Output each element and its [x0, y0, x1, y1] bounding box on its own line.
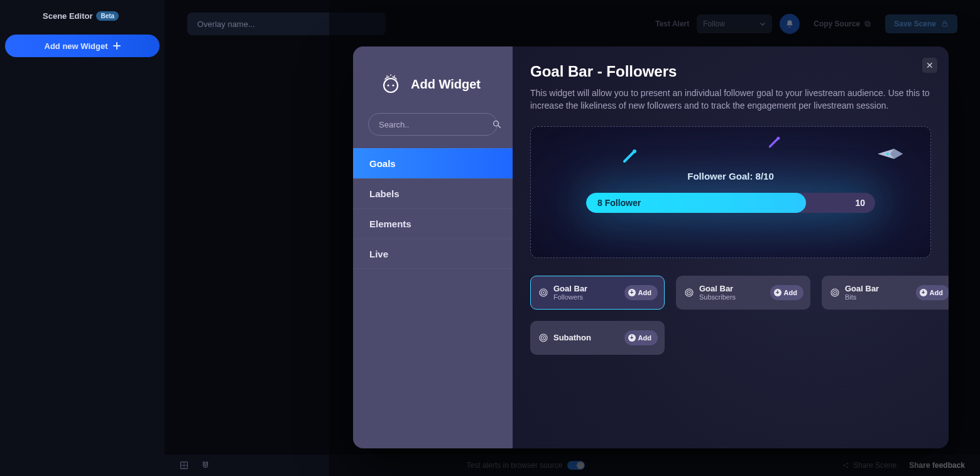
plus-icon: +	[774, 289, 781, 296]
plus-icon	[113, 42, 121, 50]
target-icon	[684, 288, 694, 298]
svg-point-8	[387, 84, 389, 86]
card-title: Subathon	[553, 333, 619, 342]
svg-point-7	[384, 78, 398, 92]
target-icon	[538, 288, 548, 298]
goal-bar: 8 Follower 10	[586, 193, 875, 213]
topbar: Test Alert Follow Copy Source Save Scene	[165, 0, 980, 35]
svg-point-5	[847, 463, 848, 464]
lock-icon	[941, 20, 949, 28]
modal-sidebar: Add Widget Goals Labels Elements Live	[353, 46, 513, 448]
svg-point-16	[776, 136, 780, 139]
share-icon	[842, 462, 849, 469]
comet-icon	[768, 136, 781, 148]
svg-point-9	[392, 84, 394, 86]
add-new-widget-label: Add new Widget	[45, 41, 108, 51]
widget-title: Goal Bar - Followers	[530, 63, 931, 80]
svg-point-19	[543, 292, 544, 293]
widget-preview: Follower Goal: 8/10 8 Follower 10	[530, 126, 931, 258]
comet-icon	[623, 148, 638, 163]
card-subtitle: Bits	[845, 293, 911, 301]
plus-icon: +	[628, 289, 636, 296]
test-alerts-label: Test alerts in browser source	[467, 461, 563, 470]
widget-description: This widget will allow you to present an…	[530, 87, 931, 112]
svg-point-25	[834, 292, 836, 293]
add-widget-button[interactable]: + Add	[916, 285, 949, 300]
test-alert-dropdown-value: Follow	[703, 19, 725, 28]
goal-bar-fill-text: 8 Follower	[597, 198, 641, 208]
grid-icon[interactable]	[180, 461, 188, 470]
svg-rect-1	[865, 21, 869, 25]
search-icon	[492, 119, 502, 129]
card-title: Goal Bar	[699, 284, 765, 293]
add-label: Add	[638, 289, 651, 296]
add-widget-button[interactable]: + Add	[624, 285, 658, 300]
widget-card-followers[interactable]: Goal Bar Followers + Add	[530, 276, 665, 310]
card-subtitle: Followers	[553, 293, 619, 301]
spaceship-icon	[876, 146, 905, 162]
sidebar-item-elements[interactable]: Elements	[353, 208, 513, 239]
test-alert-bell-button[interactable]	[780, 14, 800, 34]
svg-rect-2	[943, 23, 947, 26]
bell-icon	[785, 19, 794, 28]
sidebar-item-live[interactable]: Live	[353, 239, 513, 269]
scene-editor-sidebar: Scene Editor Beta Add new Widget	[0, 0, 165, 476]
copy-icon	[864, 20, 871, 28]
add-new-widget-button[interactable]: Add new Widget	[5, 35, 160, 57]
svg-point-14	[886, 153, 889, 155]
plus-icon: +	[920, 289, 927, 296]
save-scene-button[interactable]: Save Scene	[885, 14, 957, 33]
widget-card-bits[interactable]: Goal Bar Bits + Add	[822, 276, 949, 310]
goal-bar-total: 10	[855, 193, 865, 213]
svg-point-12	[394, 75, 395, 77]
svg-point-10	[386, 75, 388, 77]
widget-search-input[interactable]	[378, 119, 486, 130]
widget-card-subathon[interactable]: Subathon + Add	[530, 321, 665, 355]
card-subtitle: Subscribers	[699, 293, 765, 301]
modal-content: ✕ Goal Bar - Followers This widget will …	[513, 46, 949, 448]
svg-point-4	[843, 465, 844, 466]
test-alerts-toggle[interactable]	[567, 461, 585, 470]
test-alert-dropdown[interactable]: Follow	[697, 14, 772, 33]
editor-area: Test Alert Follow Copy Source Save Scene	[165, 0, 980, 476]
goal-bar-fill: 8 Follower	[586, 193, 806, 213]
add-widget-button[interactable]: + Add	[624, 330, 658, 345]
add-widget-modal: Add Widget Goals Labels Elements Live	[353, 46, 949, 448]
svg-rect-0	[866, 23, 870, 26]
chevron-down-icon	[760, 21, 766, 27]
sidebar-item-label: Elements	[369, 219, 411, 229]
add-label: Add	[638, 334, 651, 342]
svg-point-15	[633, 149, 636, 153]
add-widget-button[interactable]: + Add	[770, 285, 803, 300]
sidebar-item-labels[interactable]: Labels	[353, 178, 513, 208]
add-label: Add	[930, 289, 943, 296]
scene-editor-title: Scene Editor	[43, 11, 92, 21]
sidebar-item-goals[interactable]: Goals	[353, 148, 513, 178]
app-logo-icon	[379, 73, 402, 95]
plus-icon: +	[628, 334, 636, 342]
close-button[interactable]: ✕	[922, 58, 937, 73]
copy-source-button[interactable]: Copy Source	[807, 19, 878, 28]
close-icon: ✕	[926, 60, 934, 70]
overlay-name-input[interactable]	[187, 13, 386, 35]
beta-badge: Beta	[96, 11, 119, 21]
goal-label: Follower Goal: 8/10	[687, 171, 774, 181]
widget-card-subscribers[interactable]: Goal Bar Subscribers + Add	[676, 276, 810, 310]
save-scene-label: Save Scene	[894, 19, 936, 28]
sidebar-item-label: Live	[369, 249, 388, 259]
widget-search[interactable]	[368, 113, 498, 136]
magnet-icon[interactable]	[201, 461, 210, 470]
modal-title-add-widget: Add Widget	[411, 77, 481, 92]
share-scene-button[interactable]: Share Scene	[842, 461, 896, 470]
target-icon	[538, 333, 548, 343]
card-title: Goal Bar	[845, 284, 911, 293]
share-feedback-button[interactable]: Share feedback	[909, 461, 965, 470]
bottombar: Test alerts in browser source Share Scen…	[165, 455, 980, 476]
svg-point-13	[494, 121, 499, 126]
add-label: Add	[784, 289, 797, 296]
copy-source-label: Copy Source	[814, 19, 860, 28]
card-title: Goal Bar	[553, 284, 619, 293]
target-icon	[830, 288, 840, 298]
share-scene-label: Share Scene	[853, 461, 896, 470]
svg-point-11	[390, 75, 391, 76]
